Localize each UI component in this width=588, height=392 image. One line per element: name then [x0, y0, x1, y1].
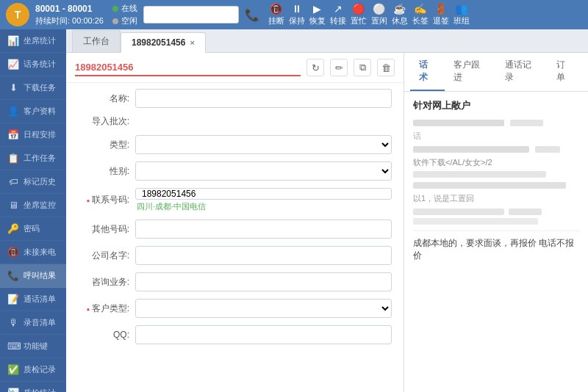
- label-customer-type: 客户类型:: [78, 302, 129, 315]
- sidebar-item-traffic-stats[interactable]: 📈 话务统计: [0, 53, 66, 76]
- top-actions: 📵 挂断 ⏸ 保持 ▶ 恢复 ↗ 转接 🔴 置忙 ⚪ 置闲 ☕ 休息 ✍ 长: [268, 3, 470, 26]
- seat-stats-icon: 📊: [7, 35, 19, 46]
- form-panel: ↻ ✏ ⧉ 🗑 名称: 导入批次:: [66, 53, 404, 392]
- sidebar: 📊 坐席统计 📈 话务统计 ⬇ 下载任务 👤 客户资料 📅 日程安排 📋 工作任…: [0, 29, 66, 392]
- sidebar-item-password[interactable]: 🔑 密码: [0, 217, 66, 241]
- input-company[interactable]: [135, 246, 392, 265]
- sidebar-item-qa-records[interactable]: ✅ 质检记录: [0, 358, 66, 382]
- info-tab-call-records[interactable]: 通话记录: [496, 53, 548, 91]
- idle-button[interactable]: ⚪ 置闲: [371, 3, 387, 26]
- function-keys-icon: ⌨: [7, 341, 19, 352]
- transfer-icon: ↗: [334, 3, 343, 15]
- delete-button[interactable]: 🗑: [377, 59, 395, 76]
- tab-call[interactable]: 18982051456 ×: [121, 32, 206, 53]
- blurred-text-3: [413, 146, 529, 153]
- sidebar-item-missed-calls[interactable]: 📵 未接来电: [0, 241, 66, 264]
- copy-button[interactable]: ⧉: [354, 59, 371, 76]
- sidebar-item-call-result[interactable]: 📞 呼叫结果: [0, 264, 66, 288]
- tab-workbench[interactable]: 工作台: [72, 30, 121, 52]
- form-toolbar: ↻ ✏ ⧉ 🗑: [66, 53, 404, 83]
- signout-button[interactable]: 🚪 退签: [433, 3, 449, 26]
- sidebar-item-seat-stats[interactable]: 📊 坐席统计: [0, 29, 66, 53]
- input-other-num[interactable]: [135, 219, 392, 239]
- input-qq[interactable]: [135, 325, 392, 344]
- label-business: 咨询业务:: [78, 276, 129, 288]
- blurred-text-5: [413, 171, 546, 178]
- hold-button[interactable]: ⏸ 保持: [289, 3, 305, 26]
- select-customer-type[interactable]: [135, 299, 392, 318]
- refresh-button[interactable]: ↻: [306, 59, 324, 76]
- input-name[interactable]: [135, 89, 392, 108]
- recording-list-icon: 🎙: [7, 317, 19, 328]
- select-type[interactable]: [135, 135, 392, 154]
- info-line-3: [413, 171, 579, 178]
- info-line-4: [413, 182, 579, 189]
- sidebar-item-work-task[interactable]: 📋 工作任务: [0, 147, 66, 170]
- sidebar-item-tag-history[interactable]: 🏷 标记历史: [0, 170, 66, 194]
- transfer-button[interactable]: ↗ 转接: [330, 3, 346, 26]
- input-business[interactable]: [135, 272, 392, 291]
- group-button[interactable]: 👥 班组: [453, 3, 470, 26]
- group-icon: 👥: [455, 3, 467, 15]
- sidebar-item-function-keys[interactable]: ⌨ 功能键: [0, 335, 66, 358]
- sidebar-item-customer-info[interactable]: 👤 客户资料: [0, 100, 66, 123]
- form-row-name: 名称:: [78, 89, 392, 108]
- blurred-text-7: [413, 208, 504, 215]
- blurred-text-6: [413, 182, 566, 189]
- info-line-2: [413, 146, 579, 153]
- top-search-input[interactable]: [143, 6, 239, 23]
- blurred-text-9: [413, 218, 538, 225]
- longsign-button[interactable]: ✍ 长签: [412, 3, 429, 26]
- sidebar-item-schedule[interactable]: 📅 日程安排: [0, 123, 66, 147]
- sidebar-item-download-task[interactable]: ⬇ 下载任务: [0, 76, 66, 100]
- busy-button[interactable]: 🔴 置忙: [351, 3, 367, 26]
- input-contact-num[interactable]: [135, 188, 392, 200]
- call-list-icon: 📝: [7, 294, 19, 305]
- resume-button[interactable]: ▶ 恢复: [309, 3, 326, 26]
- traffic-stats-icon: 📈: [7, 59, 19, 70]
- longsign-icon: ✍: [414, 3, 426, 15]
- sidebar-item-recording-list[interactable]: 🎙 录音清单: [0, 311, 66, 335]
- rest-button[interactable]: ☕ 休息: [392, 3, 408, 26]
- form-content: 名称: 导入批次: 类型:: [66, 83, 404, 392]
- hangup-button[interactable]: 📵 挂断: [268, 3, 284, 26]
- location-text: 四川·成都·中国电信: [137, 201, 392, 212]
- sidebar-item-call-list[interactable]: 📝 通话清单: [0, 288, 66, 311]
- password-icon: 🔑: [7, 223, 19, 234]
- label-company: 公司名字:: [78, 250, 129, 262]
- blurred-text-4: [535, 146, 560, 153]
- idle-dot: [112, 18, 118, 24]
- duration: 持续时间: 00:00:26: [35, 15, 104, 26]
- info-section-title: 针对网上敞户: [413, 99, 579, 112]
- main-layout: 📊 坐席统计 📈 话务统计 ⬇ 下载任务 👤 客户资料 📅 日程安排 📋 工作任…: [0, 29, 588, 392]
- edit-button[interactable]: ✏: [330, 59, 348, 76]
- customer-info-icon: 👤: [7, 106, 19, 117]
- download-task-icon: ⬇: [7, 82, 19, 93]
- info-tab-orders[interactable]: 订单: [548, 53, 582, 91]
- blurred-text-2: [510, 120, 543, 126]
- agent-id: 80001 - 80001: [35, 3, 104, 15]
- content-area: 工作台 18982051456 × ↻ ✏ ⧉ 🗑: [66, 29, 588, 392]
- form-row-qq: QQ:: [78, 325, 392, 344]
- phone-icon[interactable]: 📞: [245, 8, 259, 22]
- info-tab-script[interactable]: 话术: [410, 53, 445, 91]
- form-row-company: 公司名字:: [78, 246, 392, 265]
- tab-bar: 工作台 18982051456 ×: [66, 29, 588, 53]
- form-row-other-num: 其他号码:: [78, 219, 392, 239]
- info-plain-text: 成都本地的，要求面谈，再报价 电话不报价: [413, 237, 579, 262]
- info-bottom-blurred: [413, 218, 579, 225]
- qa-records-icon: ✅: [7, 364, 19, 375]
- signout-icon: 🚪: [434, 3, 447, 15]
- rest-icon: ☕: [393, 3, 406, 15]
- label-qq: QQ:: [78, 330, 129, 340]
- sidebar-item-seat-monitor[interactable]: 🖥 坐席监控: [0, 194, 66, 217]
- info-tab-followup[interactable]: 客户跟进: [445, 53, 496, 91]
- tab-close-icon[interactable]: ×: [190, 38, 194, 47]
- form-title-input[interactable]: [75, 59, 301, 76]
- status-indicators: 在线 空闲: [112, 3, 137, 26]
- tag-history-icon: 🏷: [7, 176, 19, 187]
- info-content: 针对网上敞户 话 软件下载</AL/女女>/2: [404, 92, 588, 392]
- select-gender[interactable]: [135, 161, 392, 181]
- info-separator: [413, 231, 579, 231]
- sidebar-item-qa-stats[interactable]: 📉 质检统计: [0, 382, 66, 392]
